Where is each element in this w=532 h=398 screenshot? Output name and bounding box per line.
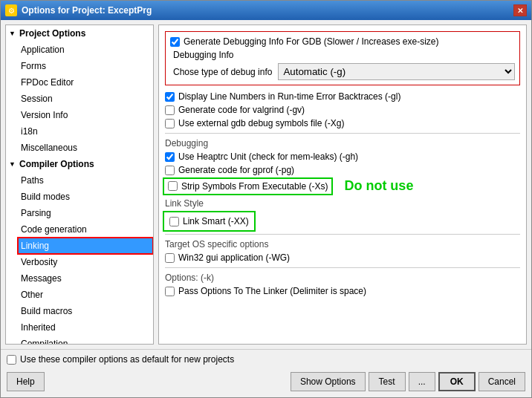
- sidebar-item-session[interactable]: Session: [18, 91, 153, 107]
- strip-symbols-row: Strip Symbols From Executable (-Xs) Do n…: [165, 178, 520, 194]
- debugging-info-label: Debugging Info: [173, 50, 515, 60]
- sidebar-item-i18n[interactable]: i18n: [18, 123, 153, 140]
- gprof-row: Generate code for gprof (-pg): [165, 165, 520, 175]
- debug-type-row: Chose type of debug info Automatic (-g) …: [173, 63, 515, 80]
- show-options-button[interactable]: Show Options: [291, 372, 366, 391]
- options-label: Options: (-k): [165, 273, 520, 283]
- divider2: [165, 234, 520, 235]
- sidebar-item-paths[interactable]: Paths: [18, 172, 153, 189]
- debug-info-section: Generate Debugging Info For GDB (Slower …: [165, 31, 520, 85]
- content-panel: Generate Debugging Info For GDB (Slower …: [158, 25, 527, 345]
- sidebar-item-parsing[interactable]: Parsing: [18, 205, 153, 221]
- target-os-label: Target OS specific options: [165, 239, 520, 249]
- sidebar-item-misc[interactable]: Miscellaneous: [18, 140, 153, 156]
- button-group-right: Show Options Test ... OK Cancel: [291, 372, 525, 391]
- valgrind-label: Generate code for valgrind (-gv): [178, 105, 305, 115]
- external-gdb-row: Use external gdb debug symbols file (-Xg…: [165, 118, 520, 128]
- compiler-collapse-icon: ▼: [9, 157, 18, 171]
- sidebar-item-other[interactable]: Other: [18, 287, 153, 303]
- generate-debug-checkbox[interactable]: [170, 37, 180, 47]
- sidebar-compiler-root[interactable]: ▼ Compiler Options: [6, 156, 153, 172]
- sidebar-item-verbosity[interactable]: Verbosity: [18, 254, 153, 270]
- close-button[interactable]: ✕: [513, 4, 527, 16]
- titlebar-left: ⚙ Options for Project: ExceptPrg: [5, 4, 152, 16]
- window-title: Options for Project: ExceptPrg: [22, 5, 152, 16]
- bottom-bar: Use these compiler options as default fo…: [1, 349, 531, 369]
- strip-symbols-outline: Strip Symbols From Executable (-Xs): [165, 180, 331, 193]
- link-smart-label: Link Smart (-XX): [183, 216, 249, 226]
- test-button[interactable]: Test: [369, 372, 406, 391]
- valgrind-checkbox[interactable]: [165, 105, 175, 115]
- pass-options-label: Pass Options To The Linker (Delimiter is…: [178, 286, 366, 296]
- main-area: ▼ Project Options Application Forms FPDo…: [1, 20, 531, 349]
- titlebar: ⚙ Options for Project: ExceptPrg ✕: [1, 1, 531, 20]
- sidebar-item-linking[interactable]: Linking: [18, 238, 153, 254]
- use-default-row: Use these compiler options as default fo…: [7, 354, 234, 365]
- chose-debug-label: Chose type of debug info: [173, 67, 272, 77]
- sidebar-item-compilation[interactable]: Compilation: [18, 336, 153, 345]
- sidebar-item-build[interactable]: Build modes: [18, 189, 153, 205]
- divider1: [165, 133, 520, 134]
- heaptrc-checkbox[interactable]: [165, 152, 175, 162]
- sidebar-root-label: Project Options: [19, 27, 85, 40]
- sidebar-item-version[interactable]: Version Info: [18, 107, 153, 123]
- display-line-row: Display Line Numbers in Run-time Error B…: [165, 91, 520, 102]
- sidebar-compiler-label: Compiler Options: [19, 157, 94, 171]
- cancel-button[interactable]: Cancel: [479, 372, 525, 391]
- pass-options-checkbox[interactable]: [165, 287, 175, 296]
- heaptrc-label: Use Heaptrc Unit (check for mem-leaks) (…: [178, 151, 358, 162]
- display-line-label: Display Line Numbers in Run-time Error B…: [178, 91, 400, 102]
- external-gdb-label: Use external gdb debug symbols file (-Xg…: [178, 118, 344, 128]
- external-gdb-checkbox[interactable]: [165, 119, 175, 128]
- gprof-label: Generate code for gprof (-pg): [178, 165, 294, 175]
- app-icon: ⚙: [5, 4, 17, 16]
- pass-options-row: Pass Options To The Linker (Delimiter is…: [165, 286, 520, 296]
- sidebar-project-items: Application Forms FPDoc Editor Session V…: [6, 42, 153, 156]
- link-smart-outline: Link Smart (-XX): [165, 213, 253, 229]
- link-smart-container: Link Smart (-XX): [165, 212, 520, 229]
- win32-row: Win32 gui application (-WG): [165, 252, 520, 263]
- link-smart-checkbox[interactable]: [169, 217, 179, 226]
- strip-symbols-checkbox[interactable]: [168, 181, 178, 191]
- win32-label: Win32 gui application (-WG): [178, 252, 290, 263]
- use-default-label: Use these compiler options as default fo…: [20, 354, 234, 365]
- debug-info-sub: Debugging Info Chose type of debug info …: [173, 50, 515, 80]
- debugging-section-label: Debugging: [165, 138, 520, 149]
- divider3: [165, 267, 520, 268]
- display-line-checkbox[interactable]: [165, 92, 175, 102]
- help-button[interactable]: Help: [7, 372, 45, 391]
- generate-debug-row: Generate Debugging Info For GDB (Slower …: [170, 36, 515, 47]
- link-style-label: Link Style: [165, 198, 520, 209]
- sidebar-item-codegen[interactable]: Code generation: [18, 221, 153, 238]
- sidebar: ▼ Project Options Application Forms FPDo…: [5, 25, 154, 345]
- generate-debug-label: Generate Debugging Info For GDB (Slower …: [184, 36, 439, 47]
- titlebar-buttons: ✕: [513, 4, 527, 16]
- sidebar-item-inherited[interactable]: Inherited: [18, 319, 153, 336]
- sidebar-root[interactable]: ▼ Project Options: [6, 25, 153, 42]
- sidebar-item-buildmacros[interactable]: Build macros: [18, 303, 153, 319]
- ok-button[interactable]: OK: [438, 372, 476, 391]
- heaptrc-row: Use Heaptrc Unit (check for mem-leaks) (…: [165, 151, 520, 162]
- sidebar-item-forms[interactable]: Forms: [18, 58, 153, 74]
- main-window: ⚙ Options for Project: ExceptPrg ✕ ▼ Pro…: [0, 0, 532, 398]
- valgrind-row: Generate code for valgrind (-gv): [165, 105, 520, 115]
- sidebar-item-fpdoc[interactable]: FPDoc Editor: [18, 74, 153, 91]
- button-bar: Help Show Options Test ... OK Cancel: [1, 369, 531, 397]
- sidebar-compiler-items: Paths Build modes Parsing Code generatio…: [6, 172, 153, 345]
- strip-symbols-label: Strip Symbols From Executable (-Xs): [181, 181, 328, 192]
- sidebar-item-messages[interactable]: Messages: [18, 270, 153, 287]
- sidebar-item-application[interactable]: Application: [18, 42, 153, 58]
- use-default-checkbox[interactable]: [7, 355, 16, 365]
- win32-checkbox[interactable]: [165, 253, 175, 263]
- ellipsis-button[interactable]: ...: [409, 372, 435, 391]
- debug-type-select[interactable]: Automatic (-g) None gdb2 gdb3: [278, 63, 515, 80]
- gprof-checkbox[interactable]: [165, 166, 175, 175]
- do-not-use-text: Do not use: [344, 178, 413, 194]
- collapse-icon: ▼: [9, 27, 18, 40]
